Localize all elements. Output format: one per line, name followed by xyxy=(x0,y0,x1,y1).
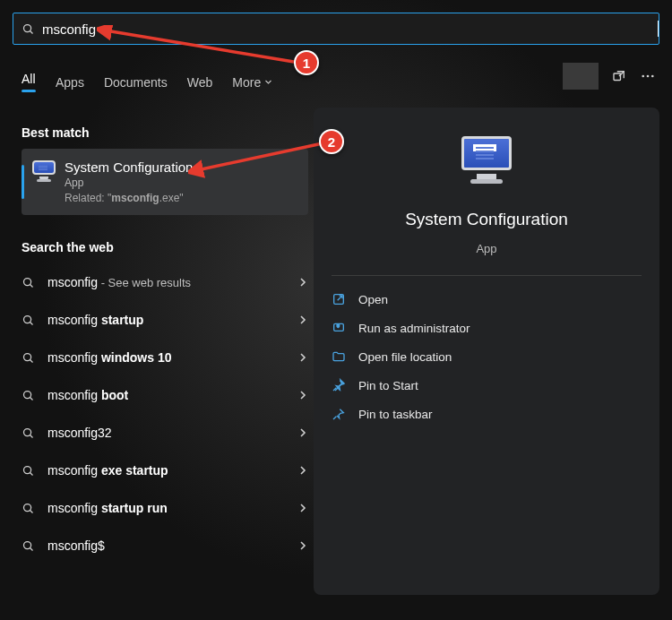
search-icon xyxy=(22,389,35,402)
more-icon[interactable] xyxy=(640,68,656,84)
tab-web[interactable]: Web xyxy=(187,75,213,90)
svg-line-9 xyxy=(30,322,33,324)
svg-point-5 xyxy=(651,75,654,78)
web-result-text: msconfig$ xyxy=(47,538,105,553)
result-subtitle: App xyxy=(65,177,193,189)
action-open-location[interactable]: Open file location xyxy=(332,342,642,371)
preview-pane: System Configuration App Open Run as adm… xyxy=(314,108,659,595)
web-result[interactable]: msconfig exe startup xyxy=(22,452,308,489)
web-result[interactable]: msconfig windows 10 xyxy=(22,339,308,376)
action-run-admin[interactable]: Run as administrator xyxy=(332,314,642,342)
tab-apps[interactable]: Apps xyxy=(56,75,84,90)
tab-documents[interactable]: Documents xyxy=(104,75,168,90)
chevron-down-icon xyxy=(264,78,272,86)
annotation-badge-1: 1 xyxy=(294,50,319,75)
chevron-right-icon xyxy=(297,352,308,363)
best-match-header: Best match xyxy=(22,125,308,140)
result-related: Related: "msconfig.exe" xyxy=(65,192,193,204)
svg-point-18 xyxy=(24,504,31,511)
folder-icon xyxy=(332,349,346,364)
open-icon xyxy=(332,292,346,306)
action-pin-start[interactable]: Pin to Start xyxy=(332,371,642,400)
filter-tabs: All Apps Documents Web More xyxy=(22,72,272,92)
chevron-right-icon xyxy=(297,503,308,513)
chevron-right-icon xyxy=(297,277,308,288)
svg-point-3 xyxy=(642,75,644,78)
web-result[interactable]: msconfig startup xyxy=(22,301,308,339)
web-result[interactable]: msconfig$ xyxy=(22,527,308,564)
shield-icon xyxy=(332,321,346,335)
svg-line-1 xyxy=(30,30,32,33)
svg-line-17 xyxy=(30,472,33,475)
svg-line-11 xyxy=(30,359,33,362)
svg-point-14 xyxy=(24,428,31,435)
action-open[interactable]: Open xyxy=(332,285,642,314)
system-config-icon xyxy=(32,160,56,180)
action-pin-taskbar[interactable]: Pin to taskbar xyxy=(332,400,642,428)
chevron-right-icon xyxy=(297,314,308,325)
web-search-section: Search the web msconfig - See web result… xyxy=(22,240,308,564)
svg-point-20 xyxy=(24,541,31,548)
search-input[interactable] xyxy=(42,13,659,44)
web-search-header: Search the web xyxy=(22,240,308,254)
svg-point-12 xyxy=(24,391,31,398)
divider xyxy=(332,275,642,276)
chevron-right-icon xyxy=(297,540,308,551)
best-match-result[interactable]: System Configuration App Related: "mscon… xyxy=(22,149,308,215)
web-result-text: msconfig startup run xyxy=(47,501,168,515)
web-result-text: msconfig32 xyxy=(47,426,112,440)
chevron-right-icon xyxy=(297,427,308,438)
tab-all[interactable]: All xyxy=(22,72,36,92)
pin-icon xyxy=(332,407,346,421)
search-icon xyxy=(13,22,42,36)
account-tile[interactable] xyxy=(563,63,599,90)
search-icon xyxy=(22,351,35,365)
pop-out-icon[interactable] xyxy=(611,68,627,84)
web-result[interactable]: msconfig - See web results xyxy=(22,263,308,301)
svg-line-15 xyxy=(30,435,33,437)
web-result[interactable]: msconfig boot xyxy=(22,376,308,414)
svg-point-16 xyxy=(24,466,31,473)
search-icon xyxy=(22,502,35,515)
search-icon xyxy=(22,276,35,289)
header-actions xyxy=(563,63,656,90)
chevron-right-icon xyxy=(297,465,308,476)
svg-line-7 xyxy=(30,284,33,287)
result-title: System Configuration xyxy=(65,159,193,175)
preview-subtitle: App xyxy=(476,242,496,255)
svg-point-10 xyxy=(24,353,31,360)
search-icon xyxy=(22,539,35,553)
search-icon xyxy=(22,426,35,440)
annotation-badge-2: 2 xyxy=(319,129,344,154)
svg-point-6 xyxy=(24,278,31,285)
search-icon xyxy=(22,464,35,478)
chevron-right-icon xyxy=(297,390,308,400)
web-result-text: msconfig exe startup xyxy=(47,463,168,478)
web-result-text: msconfig startup xyxy=(47,313,143,327)
pin-icon xyxy=(332,378,346,392)
preview-app-icon xyxy=(461,136,512,181)
web-result[interactable]: msconfig startup run xyxy=(22,489,308,527)
svg-rect-2 xyxy=(614,73,621,81)
text-caret xyxy=(658,21,659,37)
tab-more[interactable]: More xyxy=(232,75,272,90)
svg-line-19 xyxy=(30,510,33,512)
best-match-section: Best match System Configuration App Rela… xyxy=(22,125,308,215)
web-result[interactable]: msconfig32 xyxy=(22,414,308,452)
svg-point-4 xyxy=(647,75,650,78)
search-icon xyxy=(22,314,35,327)
preview-title: System Configuration xyxy=(405,210,568,229)
svg-point-8 xyxy=(24,315,31,323)
search-bar[interactable] xyxy=(13,13,659,45)
svg-point-0 xyxy=(23,24,30,31)
web-result-text: msconfig - See web results xyxy=(47,275,191,289)
web-result-text: msconfig boot xyxy=(47,388,128,402)
svg-line-13 xyxy=(30,397,33,400)
svg-line-21 xyxy=(30,547,33,550)
web-result-text: msconfig windows 10 xyxy=(47,350,172,365)
